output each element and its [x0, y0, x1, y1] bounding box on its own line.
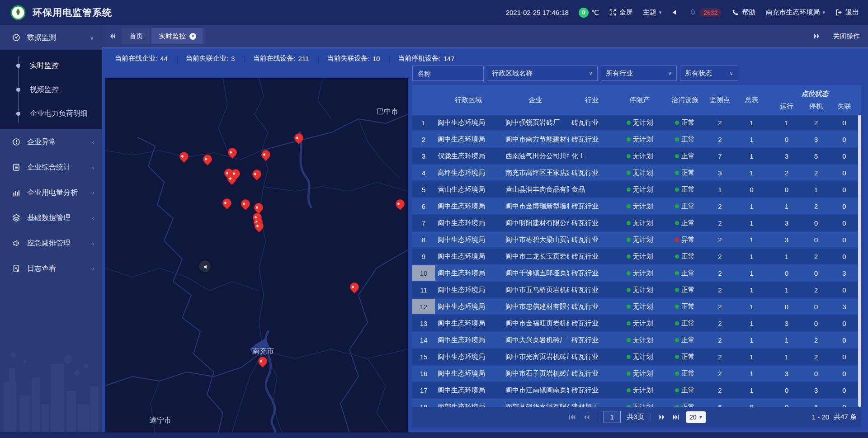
table-row[interactable]: 5营山生态环境局营山县润丰肉食品有限食品无计划正常10010: [412, 182, 861, 198]
sidebar-submenu-item[interactable]: 实时监控: [0, 54, 102, 78]
tabs-scroll-left-icon[interactable]: [108, 32, 118, 41]
status-dot-icon: [627, 338, 631, 342]
region-filter-select[interactable]: 行政区域名称 ∨: [487, 66, 598, 81]
sidebar-item-label: 企业综合统计: [27, 163, 92, 172]
table-row[interactable]: 1阆中生态环境局阆中强锐页岩砖厂砖瓦行业无计划正常21120: [412, 115, 861, 132]
stat-value: 44: [160, 55, 168, 62]
table-row[interactable]: 7阆中生态环境局阆中明阳建材有限公司砖瓦行业无计划正常21300: [412, 215, 861, 232]
status-filter-value: 所有状态: [685, 69, 712, 78]
stop-count-cell: 0: [805, 316, 827, 331]
company-cell: 阆中市光富页岩机砖厂: [502, 349, 569, 364]
limit-status-cell: 无计划: [615, 316, 665, 331]
limit-status-cell: 无计划: [615, 182, 665, 197]
log-icon: [12, 264, 21, 273]
table-row[interactable]: 9阆中生态环境局阆中市二龙长宝页岩砖砖瓦行业无计划正常21120: [412, 249, 861, 265]
sidebar-collapse-button[interactable]: ◀: [199, 260, 211, 272]
tab-close-icon[interactable]: ✕: [189, 33, 196, 40]
table-row[interactable]: 4高坪生态环境局南充市高坪区王家店建砖瓦行业无计划正常31220: [412, 165, 861, 182]
status-dot-icon: [627, 121, 631, 125]
table-row[interactable]: 17阆中生态环境局阆中市江南镇阆南页岩砖瓦行业无计划正常21030: [412, 382, 861, 399]
bullet-dot-icon: [16, 64, 20, 68]
table-row[interactable]: 8阆中生态环境局阆中市枣碧大梁山页岩砖瓦行业无计划异常21300: [412, 232, 861, 249]
sidebar-item-4[interactable]: 企业用电量分析‹: [0, 180, 102, 205]
table-row[interactable]: 6阆中生态环境局阆中市金博瑞新型墙材砖瓦行业无计划正常21120: [412, 198, 861, 215]
sidebar-submenu-item[interactable]: 视频监控: [0, 78, 102, 102]
stop-count-cell: 3: [805, 132, 827, 147]
limit-status-cell: 无计划: [615, 215, 665, 231]
sidebar-item-3[interactable]: 企业综合统计‹: [0, 155, 102, 180]
industry-cell: 砖瓦行业: [569, 349, 615, 364]
status-dot-icon: [675, 137, 679, 141]
sidebar-item-2[interactable]: 企业异常‹: [0, 129, 102, 155]
help-button[interactable]: 帮助: [731, 8, 755, 17]
table-row[interactable]: 2阆中生态环境局阆中市南方节能建材有砖瓦行业无计划正常21030: [412, 132, 861, 148]
sidebar-item-6[interactable]: 应急减排管理‹: [0, 231, 102, 256]
notification-widget[interactable]: 2632: [689, 8, 722, 17]
table-row[interactable]: 16阆中生态环境局阆中市石子页岩机砖厂砖瓦行业无计划正常21300: [412, 366, 861, 382]
stop-count-cell: 6: [805, 399, 827, 407]
meter-total-cell: 0: [735, 399, 769, 407]
sidebar-item-7[interactable]: 日志查看‹: [0, 256, 102, 281]
row-number-cell: 7: [412, 215, 435, 231]
page-number-input[interactable]: [604, 411, 621, 423]
mute-button[interactable]: [671, 9, 679, 16]
industry-filter-select[interactable]: 所有行业 ∨: [601, 66, 677, 81]
monitor-points-cell: 2: [705, 249, 735, 264]
table-row[interactable]: 3仪陇生态环境局西南油气田分公司川中化工无计划正常71350: [412, 148, 861, 165]
gis-map[interactable]: 巴中市南充市遂宁市: [105, 78, 408, 433]
table-row[interactable]: 11阆中生态环境局阆中市五马桥页岩机砖砖瓦行业无计划正常21120: [412, 282, 861, 299]
temperature-value: 0: [579, 8, 589, 18]
first-page-button[interactable]: [568, 413, 576, 421]
status-filter-select[interactable]: 所有状态 ∨: [680, 66, 738, 81]
table-row[interactable]: 15阆中生态环境局阆中市光富页岩机砖厂砖瓦行业无计划正常21120: [412, 349, 861, 366]
status-dot-icon: [675, 188, 679, 192]
tabs-scroll-right-icon[interactable]: [812, 32, 821, 41]
last-page-button[interactable]: [672, 413, 680, 421]
facility-status-cell: 异常: [665, 232, 705, 247]
sidebar-item-label: 基础数据管理: [27, 213, 92, 223]
status-dot-icon: [675, 271, 679, 275]
limit-status-cell: 无计划: [615, 332, 665, 348]
sidebar-item-label: 应急减排管理: [27, 239, 92, 248]
table-scrollbar[interactable]: [858, 115, 861, 407]
row-number-cell: 15: [412, 349, 435, 364]
theme-menu[interactable]: 主题 ▾: [643, 8, 662, 17]
table-row[interactable]: 18南部生态环境局南部县砚华水泥有限公建材加工无计划正常60060: [412, 399, 861, 407]
column-header-facility: 治污设施: [665, 85, 705, 115]
close-operations-button[interactable]: 关闭操作: [833, 32, 860, 41]
column-header-run: 运行: [769, 100, 805, 115]
logout-button[interactable]: 退出: [835, 8, 859, 17]
region-cell: 阆中生态环境局: [435, 115, 502, 130]
tab-home[interactable]: 首页: [122, 28, 150, 44]
sidebar-item-label: 数据监测: [27, 33, 90, 42]
table-row[interactable]: 13阆中生态环境局阆中市金福旺页岩机砖砖瓦行业无计划正常21300: [412, 316, 861, 332]
column-header-region: 行政区域: [435, 85, 502, 115]
row-number-cell: 10: [412, 265, 435, 281]
table-row[interactable]: 10阆中生态环境局阆中千佛镇五郎垭页岩砖瓦行业无计划正常21003: [412, 265, 861, 282]
next-page-button[interactable]: [657, 413, 665, 421]
sidebar-submenu-item[interactable]: 企业电力负荷明细: [0, 102, 102, 126]
stat-value: 211: [298, 55, 309, 62]
limit-status-cell: 无计划: [615, 349, 665, 364]
sidebar-item-1[interactable]: 数据监测∨: [0, 25, 102, 50]
chevron-down-icon: ▼: [699, 415, 703, 419]
company-cell: 南充市高坪区王家店建: [502, 165, 569, 180]
company-cell: 阆中市五马桥页岩机砖: [502, 282, 569, 297]
sidebar-item-5[interactable]: 基础数据管理‹: [0, 205, 102, 231]
name-filter-field[interactable]: [412, 66, 484, 81]
tab-realtime-monitor[interactable]: 实时监控 ✕: [151, 28, 203, 44]
logout-label: 退出: [845, 8, 859, 17]
run-count-cell: 1: [769, 249, 805, 264]
limit-status-cell: 无计划: [615, 165, 665, 180]
status-dot-icon: [627, 305, 631, 309]
table-row[interactable]: 14阆中生态环境局阆中大兴页岩机砖厂砖瓦行业无计划正常21120: [412, 332, 861, 349]
stats-icon: [12, 163, 21, 172]
org-menu[interactable]: 南充市生态环境局 ▾: [765, 8, 825, 17]
column-header-meters: 总表: [735, 85, 769, 115]
prev-page-button[interactable]: [582, 413, 590, 421]
page-size-select[interactable]: 20 ▼: [686, 411, 706, 423]
fullscreen-button[interactable]: 全屏: [609, 8, 633, 17]
name-filter-input[interactable]: [417, 70, 479, 77]
table-row[interactable]: 12阆中生态环境局阆中市忠信建材有限公砖瓦行业无计划正常21003: [412, 299, 861, 316]
skyline-decoration: [0, 341, 102, 432]
